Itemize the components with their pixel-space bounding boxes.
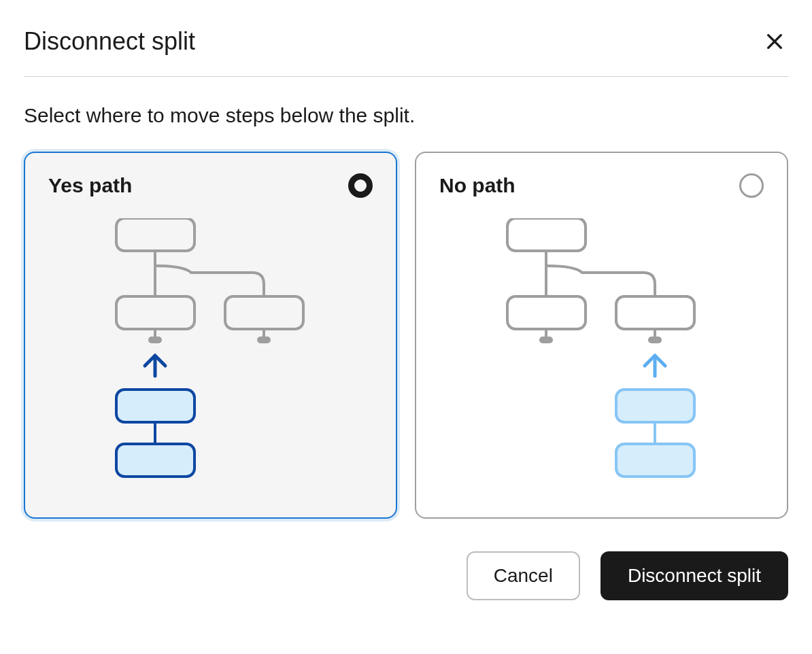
svg-rect-7 [225,296,303,329]
option-no-path[interactable]: No path [415,152,788,519]
svg-rect-11 [116,390,194,422]
diagram-yes [48,218,373,490]
svg-rect-14 [507,218,586,251]
svg-rect-23 [616,390,694,422]
option-header: Yes path [48,173,373,198]
dialog-title: Disconnect split [24,27,195,56]
radio-yes-checked-icon [348,173,373,198]
svg-rect-9 [257,337,271,343]
svg-rect-19 [616,296,694,329]
option-label-yes: Yes path [48,174,132,197]
flow-diagram-no-icon [480,218,698,490]
svg-rect-6 [148,337,162,343]
svg-rect-4 [116,296,194,329]
option-header: No path [439,173,764,198]
instruction-text: Select where to move steps below the spl… [24,104,788,127]
dialog-footer: Cancel Disconnect split [24,551,788,600]
diagram-no [439,218,764,490]
confirm-button[interactable]: Disconnect split [600,551,788,600]
flow-diagram-yes-icon [89,218,307,490]
svg-rect-25 [616,444,694,477]
options-container: Yes path [24,152,788,519]
svg-rect-18 [539,337,553,343]
option-yes-path[interactable]: Yes path [24,152,397,519]
cancel-button[interactable]: Cancel [467,551,580,600]
close-icon [764,31,785,52]
option-label-no: No path [439,174,515,197]
close-button[interactable] [761,28,788,55]
svg-rect-16 [507,296,586,329]
svg-rect-2 [116,218,194,251]
dialog-header: Disconnect split [24,27,788,77]
radio-no-unchecked-icon [739,173,764,198]
svg-rect-21 [648,337,662,343]
svg-rect-13 [116,444,194,477]
